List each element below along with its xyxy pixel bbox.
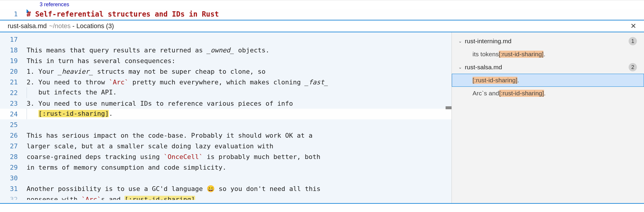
line-number: 27 [0, 142, 27, 150]
line-number: 1 [0, 10, 27, 18]
code-content: in terms of memory consumption and code … [27, 164, 226, 171]
line-number: 30 [0, 174, 27, 182]
chevron-down-icon[interactable]: ⌄ [458, 65, 465, 70]
close-icon[interactable]: ✕ [629, 22, 637, 30]
code-content: This has serious impact on the code-base… [27, 132, 313, 139]
chevron-down-icon[interactable]: ⌄ [458, 38, 465, 44]
tree-file[interactable]: ⌄ rust-interning.md 1 [452, 35, 644, 48]
match-highlight: [:rust-id-sharing] [499, 90, 544, 97]
line-number: 32 [0, 196, 27, 200]
code-line[interactable]: 22 but infects the API. [0, 87, 452, 98]
code-line[interactable]: 21 2. You need to throw `Arc` pretty muc… [0, 77, 452, 87]
title-line[interactable]: 1 # Self-referential structures and IDs … [0, 9, 644, 20]
line-number: 25 [0, 121, 27, 129]
line-number: 21 [0, 78, 27, 86]
location-filename: rust-salsa.md [8, 22, 47, 30]
peek-code-pane[interactable]: 16 17 18 This means that query results a… [0, 32, 452, 203]
match-highlight: [:rust-id-sharing] [124, 196, 195, 200]
line-number: 22 [0, 89, 27, 97]
overview-thumb[interactable] [446, 106, 452, 109]
code-content: but infects the API. [27, 87, 117, 98]
match-text: . [543, 51, 545, 58]
location-path: ~/notes [49, 22, 71, 30]
tree-match[interactable]: its tokens [:rust-id-sharing]. [452, 48, 644, 61]
tree-file-name: rust-salsa.md [465, 64, 502, 71]
code-content: 1. Your _heavier_ structs may not be sup… [27, 68, 266, 75]
line-number: 31 [0, 185, 27, 192]
code-line[interactable]: 18 This means that query results are ret… [0, 45, 452, 55]
line-number: 29 [0, 164, 27, 171]
location-count: - Locations (3) [72, 22, 114, 30]
line-number: 23 [0, 100, 27, 107]
line-number: 17 [0, 36, 27, 43]
line-number: 28 [0, 153, 27, 160]
code-line[interactable]: 28 coarse-grained deps tracking using `O… [0, 151, 452, 162]
tree-file[interactable]: ⌄ rust-salsa.md 2 [452, 61, 644, 74]
markdown-heading: # Self-referential structures and IDs in… [27, 10, 219, 18]
code-line[interactable]: 29 in terms of memory consumption and co… [0, 162, 452, 173]
code-line[interactable]: 30 [0, 173, 452, 183]
current-line-marker [27, 9, 29, 13]
match-highlight: [:rust-id-sharing] [499, 51, 544, 58]
line-number: 20 [0, 68, 27, 75]
code-line[interactable]: 19 This in turn has several consequences… [0, 55, 452, 66]
match-text: . [544, 90, 546, 97]
line-number: 18 [0, 46, 27, 54]
match-count-badge: 2 [629, 63, 637, 71]
match-highlight: [:rust-id-sharing] [38, 110, 109, 117]
tree-match[interactable]: Arc`s and [:rust-id-sharing]. [452, 87, 644, 100]
top-editor-pane: 3 references 1 # Self-referential struct… [0, 0, 644, 20]
line-number: 26 [0, 132, 27, 139]
line-number: 24 [0, 110, 27, 118]
code-content: This in turn has several consequences: [27, 57, 175, 65]
overview-ruler[interactable] [446, 32, 452, 203]
tree-file-name: rust-interning.md [465, 38, 512, 45]
peek-tree-pane[interactable]: ⌄ rust-interning.md 1 its tokens [:rust-… [452, 32, 644, 203]
code-content: This means that query results are return… [27, 46, 269, 54]
match-count-badge: 1 [629, 37, 637, 45]
match-text: its tokens [473, 51, 499, 58]
code-line[interactable]: 17 [0, 34, 452, 45]
code-line-current[interactable]: 24 [:rust-id-sharing]. [0, 109, 452, 119]
code-line[interactable]: 25 [0, 119, 452, 130]
code-line[interactable]: 26 This has serious impact on the code-b… [0, 130, 452, 141]
line-number: 19 [0, 57, 27, 65]
code-line[interactable]: 20 1. Your _heavier_ structs may not be … [0, 66, 452, 77]
code-content: 3. You need to use numerical IDs to refe… [27, 100, 293, 107]
match-highlight: [:rust-id-sharing] [473, 77, 517, 84]
code-line[interactable]: 16 [0, 32, 452, 33]
code-content: larger scale, but at a smaller scale doi… [27, 142, 273, 150]
code-content: coarse-grained deps tracking using `Once… [27, 153, 320, 160]
locations-bar: rust-salsa.md ~/notes - Locations (3) ✕ [0, 20, 644, 32]
code-line[interactable]: 27 larger scale, but at a smaller scale … [0, 141, 452, 151]
code-content: 2. You need to throw `Arc` pretty much e… [27, 78, 328, 86]
code-line[interactable]: 31 Another possibility is to use a GC'd … [0, 183, 452, 194]
match-text: . [517, 77, 519, 84]
match-text: Arc`s and [473, 90, 499, 97]
tree-match-selected[interactable]: [:rust-id-sharing]. [452, 74, 644, 87]
codelens-references[interactable]: 3 references [0, 0, 644, 9]
code-content: Another possibility is to use a GC'd lan… [27, 185, 321, 192]
code-content: nonsense with `Arc`s and [:rust-id-shari… [27, 196, 195, 200]
code-content: [:rust-id-sharing]. [27, 109, 113, 119]
code-line[interactable]: 23 3. You need to use numerical IDs to r… [0, 98, 452, 109]
code-line[interactable]: 32 nonsense with `Arc`s and [:rust-id-sh… [0, 194, 452, 200]
peek-view-split: 16 17 18 This means that query results a… [0, 32, 644, 204]
